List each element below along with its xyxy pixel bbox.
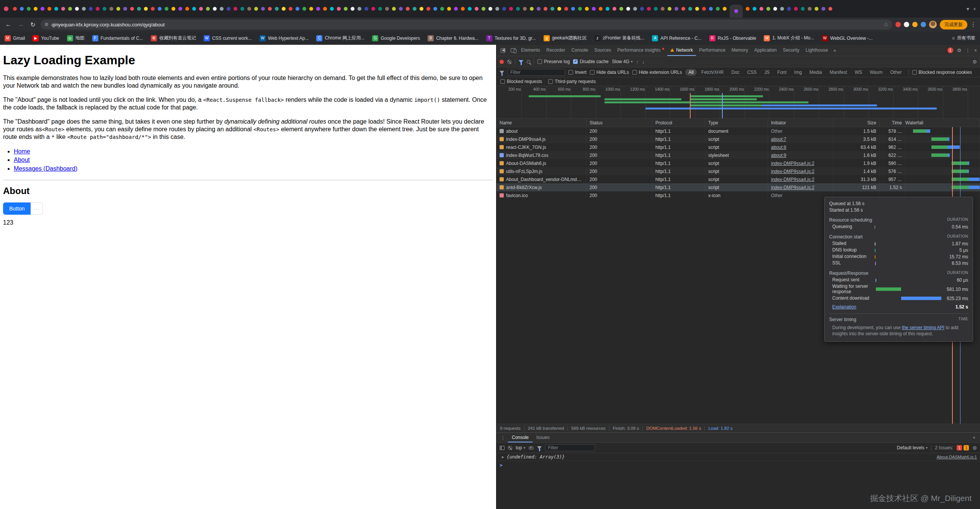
- object-preview[interactable]: {undefined: Array(3)}: [506, 454, 565, 460]
- extension-icon[interactable]: [904, 22, 909, 27]
- browser-tab[interactable]: [275, 7, 279, 11]
- preserve-log-checkbox[interactable]: Preserve log: [537, 59, 570, 64]
- browser-tab[interactable]: [378, 7, 382, 11]
- browser-tab[interactable]: [240, 7, 244, 11]
- browser-tab[interactable]: [302, 7, 306, 11]
- source-location-link[interactable]: About-DASMiah6.js:1: [937, 455, 977, 459]
- browser-tab[interactable]: [227, 7, 230, 11]
- network-request-row[interactable]: about200http/1.1documentOther1.5 kB578 …: [497, 127, 980, 135]
- console-tab-console[interactable]: Console: [508, 433, 532, 442]
- browser-tab[interactable]: [323, 7, 327, 11]
- server-timing-api-link[interactable]: the server timing API: [902, 325, 944, 330]
- devtools-tab-performance[interactable]: Performance: [696, 45, 728, 56]
- browser-tab[interactable]: [447, 7, 451, 11]
- browser-tab[interactable]: [296, 7, 299, 11]
- console-filter-input[interactable]: [545, 444, 595, 451]
- browser-tab[interactable]: [420, 7, 423, 11]
- filter-chip-img[interactable]: Img: [791, 69, 805, 76]
- browser-tab[interactable]: [254, 7, 258, 11]
- browser-tab[interactable]: [426, 7, 430, 11]
- initiator-link[interactable]: about:8: [771, 145, 786, 150]
- all-bookmarks-button[interactable]: ≡ 所有书签: [952, 35, 975, 41]
- bookmark-item[interactable]: ◎地图: [67, 35, 85, 41]
- browser-tab[interactable]: [461, 7, 465, 11]
- initiator-link[interactable]: index-DMP9ssa4.js:2: [771, 185, 814, 190]
- nav-link[interactable]: Messages (Dashboard): [14, 165, 77, 172]
- initiator-link[interactable]: index-DMP9ssa4.js:2: [771, 161, 814, 166]
- browser-tab[interactable]: [760, 7, 763, 11]
- browser-tab[interactable]: [282, 7, 286, 11]
- initiator-link[interactable]: about:9: [771, 153, 786, 158]
- import-har-icon[interactable]: ↑: [636, 59, 639, 65]
- blocked-requests-checkbox[interactable]: Blocked requests: [500, 79, 542, 84]
- browser-tab[interactable]: [109, 7, 113, 11]
- network-request-row[interactable]: react-CJKK_7GN.js200http/1.1scriptabout:…: [497, 143, 980, 151]
- browser-tab[interactable]: [716, 7, 720, 11]
- error-count-badge[interactable]: 1: [947, 47, 953, 53]
- bookmark-star-icon[interactable]: ☆: [884, 21, 889, 28]
- console-prompt[interactable]: >: [497, 461, 980, 469]
- profile-avatar[interactable]: [929, 21, 937, 28]
- browser-tab[interactable]: [516, 7, 520, 11]
- disable-cache-checkbox[interactable]: Disable cache: [573, 59, 608, 64]
- browser-tab[interactable]: [309, 7, 313, 11]
- browser-tab[interactable]: [261, 7, 265, 11]
- filter-chip-css[interactable]: CSS: [744, 69, 760, 76]
- network-request-row[interactable]: utils-nFzLSpJm.js200http/1.1scriptindex-…: [497, 167, 980, 175]
- bookmark-item[interactable]: FFundamentals of C...: [92, 35, 143, 41]
- browser-tab[interactable]: [234, 7, 237, 11]
- live-expression-icon[interactable]: [529, 446, 534, 450]
- browser-tab[interactable]: [668, 7, 671, 11]
- bookmark-item[interactable]: 有收藏到有道云笔记: [151, 35, 196, 41]
- window-control-dot[interactable]: [4, 7, 8, 11]
- network-request-row[interactable]: About-DASMiah6.js200http/1.1scriptindex-…: [497, 159, 980, 167]
- column-header-waterfall[interactable]: Waterfall: [905, 119, 980, 127]
- browser-tab[interactable]: [606, 7, 609, 11]
- browser-tab[interactable]: [619, 7, 623, 11]
- network-overview-timeline[interactable]: 200 ms400 ms600 ms800 ms1000 ms1200 ms14…: [497, 86, 980, 119]
- issue-count-badge[interactable]: 1: [964, 445, 969, 450]
- browser-tab[interactable]: [808, 7, 812, 11]
- column-header-time[interactable]: Time: [880, 119, 905, 127]
- back-icon[interactable]: ←: [4, 21, 13, 28]
- bookmark-item[interactable]: MGmail: [5, 35, 25, 41]
- browser-tab[interactable]: [47, 7, 51, 11]
- throttling-dropdown[interactable]: Slow 4G▾: [612, 59, 633, 64]
- browser-tab[interactable]: [34, 7, 38, 11]
- browser-tab[interactable]: [530, 7, 534, 11]
- column-header-initiator[interactable]: Initiator: [768, 119, 833, 127]
- log-levels-dropdown[interactable]: Default levels▾: [897, 445, 928, 450]
- browser-tab[interactable]: [454, 7, 458, 11]
- filter-chip-media[interactable]: Media: [807, 69, 825, 76]
- browser-tab[interactable]: [475, 7, 479, 11]
- browser-tab[interactable]: [75, 7, 79, 11]
- browser-tab[interactable]: [564, 7, 568, 11]
- bookmark-item[interactable]: GGoogle Developers: [372, 35, 420, 41]
- browser-tab[interactable]: [61, 7, 65, 11]
- filter-chip-all[interactable]: All: [685, 69, 696, 76]
- browser-tab[interactable]: [495, 7, 499, 11]
- network-settings-icon[interactable]: ⚙: [972, 59, 977, 65]
- browser-tab[interactable]: [828, 7, 832, 11]
- column-header-type[interactable]: Type: [705, 119, 768, 127]
- extension-icon[interactable]: [912, 22, 918, 27]
- browser-tab[interactable]: [688, 7, 692, 11]
- drawer-close-icon[interactable]: ×: [970, 433, 978, 442]
- filter-chip-other[interactable]: Other: [887, 69, 905, 76]
- network-request-row[interactable]: index-DMP9ssa4.js200http/1.1scriptabout:…: [497, 135, 980, 143]
- bookmark-item[interactable]: RRxJS - Observable: [709, 35, 756, 41]
- network-request-row[interactable]: antd-Bk8ZrXcw.js200http/1.1scriptindex-D…: [497, 183, 980, 191]
- browser-tab[interactable]: [612, 7, 616, 11]
- console-settings-icon[interactable]: ⚙: [972, 445, 977, 451]
- devtools-close-icon[interactable]: ×: [974, 47, 977, 53]
- browser-tab[interactable]: [509, 7, 513, 11]
- browser-tab[interactable]: [780, 7, 784, 11]
- export-har-icon[interactable]: ↓: [642, 59, 645, 65]
- forward-icon[interactable]: →: [16, 21, 25, 28]
- browser-tab[interactable]: [675, 7, 678, 11]
- browser-tab[interactable]: [523, 7, 527, 11]
- reload-icon[interactable]: ↻: [28, 21, 38, 28]
- browser-menu-icon[interactable]: ⋮: [970, 21, 976, 28]
- devtools-tab-performance-insights[interactable]: Performance insights: [614, 45, 667, 56]
- extension-icon[interactable]: [895, 22, 901, 27]
